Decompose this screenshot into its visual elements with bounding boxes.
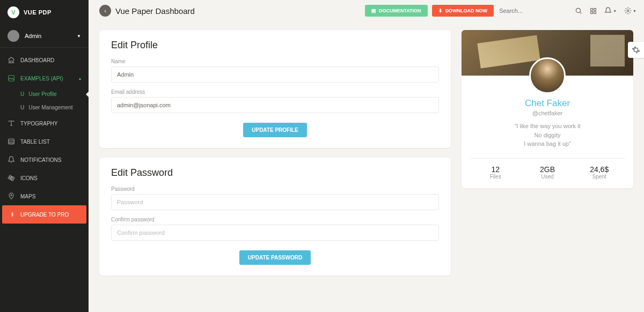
edit-profile-card: Edit Profile Name Email address UPDATE P… [99, 30, 451, 148]
sidebar-sub-user-profile[interactable]: UUser Profile [0, 87, 89, 101]
nav-label: ICONS [20, 175, 38, 181]
btn-label: DOWNLOAD NOW [445, 8, 488, 13]
update-profile-button[interactable]: UPDATE PROFILE [243, 123, 306, 137]
file-icon: ▤ [371, 8, 376, 13]
svg-point-2 [11, 177, 12, 179]
main: ‹ Vue Paper Dashboard ▤ DOCUMENTATION ⬇ … [89, 0, 644, 312]
card-title: Edit Password [111, 167, 439, 179]
bell-icon [8, 156, 15, 164]
nav-label: EXAMPLES (API) [20, 76, 63, 81]
profile-avatar [529, 57, 566, 94]
brand-text: VUE PDP [24, 9, 52, 16]
rocket-icon [9, 211, 16, 218]
sub-label: User Management [28, 105, 72, 110]
sidebar-item-dashboard[interactable]: DASHBOARD [0, 51, 89, 69]
svg-point-6 [576, 8, 580, 12]
search-input[interactable] [498, 5, 570, 17]
stat-spent: 24,6$ Spent [573, 165, 625, 180]
documentation-button[interactable]: ▤ DOCUMENTATION [365, 5, 428, 17]
settings-icon[interactable]: ▼ [624, 7, 636, 14]
sidebar-sub-user-management[interactable]: UUser Management [0, 101, 89, 114]
svg-rect-8 [594, 8, 596, 10]
email-label: Email address [111, 89, 439, 95]
stat-used: 2GB Used [522, 165, 574, 180]
gear-icon [632, 46, 640, 54]
sub-letter: U [20, 91, 24, 97]
brand-logo: V [8, 6, 19, 18]
user-name: Admin [25, 33, 71, 39]
svg-rect-10 [594, 11, 596, 13]
nav-label: MAPS [20, 194, 35, 199]
image-icon [8, 75, 15, 82]
password-label: Password [111, 186, 439, 192]
card-title: Edit Profile [111, 40, 439, 51]
svg-rect-9 [591, 11, 593, 13]
upgrade-label: UPGRADE TO PRO [20, 212, 69, 218]
sidebar: V VUE PDP Admin ▼ DASHBOARD EXAMPLES (AP… [0, 0, 89, 312]
download-button[interactable]: ⬇ DOWNLOAD NOW [432, 5, 494, 17]
sidebar-item-typography[interactable]: TYPOGRAPHY [0, 114, 89, 132]
svg-point-5 [11, 195, 12, 196]
upgrade-button[interactable]: UPGRADE TO PRO [2, 205, 86, 224]
svg-point-11 [627, 10, 629, 12]
list-icon [8, 138, 15, 145]
nav-label: DASHBOARD [20, 57, 54, 63]
page-title: Vue Paper Dashboard [115, 6, 361, 16]
svg-rect-7 [591, 8, 593, 10]
sidebar-nav: DASHBOARD EXAMPLES (API) ▴ UUser Profile… [0, 48, 89, 312]
download-icon: ⬇ [438, 8, 443, 13]
confirm-password-field[interactable] [111, 225, 439, 241]
nav-label: NOTIFICATIONS [20, 157, 61, 163]
notifications-icon[interactable]: ▼ [604, 7, 617, 14]
chevron-down-icon: ▼ [77, 34, 81, 39]
sub-letter: U [20, 105, 24, 110]
text-icon [8, 120, 15, 127]
atom-icon [8, 174, 15, 182]
search-icon[interactable] [575, 7, 582, 14]
name-label: Name [111, 58, 439, 64]
svg-point-4 [9, 175, 14, 181]
sidebar-item-examples[interactable]: EXAMPLES (API) ▴ [0, 69, 89, 87]
email-field[interactable] [111, 97, 439, 113]
sidebar-item-table-list[interactable]: TABLE LIST [0, 132, 89, 151]
content: Edit Profile Name Email address UPDATE P… [89, 21, 644, 284]
chevron-up-icon: ▴ [79, 76, 81, 81]
password-field[interactable] [111, 194, 439, 210]
sub-label: User Profile [28, 91, 56, 97]
grid-icon[interactable] [590, 8, 597, 14]
name-field[interactable] [111, 66, 439, 83]
profile-card: Chet Faker @chetfaker "I like the way yo… [462, 30, 633, 188]
user-avatar [8, 30, 19, 42]
svg-rect-1 [9, 139, 14, 144]
topbar: ‹ Vue Paper Dashboard ▤ DOCUMENTATION ⬇ … [89, 0, 644, 21]
btn-label: DOCUMENTATION [379, 8, 421, 13]
edit-password-card: Edit Password Password Confirm password … [99, 158, 451, 276]
chevron-left-icon: ‹ [104, 8, 106, 14]
update-password-button[interactable]: UPDATE PASSWORD [239, 250, 311, 265]
sidebar-item-icons[interactable]: ICONS [0, 169, 89, 187]
bank-icon [8, 56, 15, 64]
profile-stats: 12 Files 2GB Used 24,6$ Spent [470, 158, 625, 188]
profile-handle: @chetfaker [462, 110, 633, 116]
pin-icon [8, 192, 15, 200]
stat-files: 12 Files [470, 165, 522, 180]
sidebar-item-notifications[interactable]: NOTIFICATIONS [0, 151, 89, 169]
nav-label: TYPOGRAPHY [20, 121, 57, 127]
confirm-password-label: Confirm password [111, 217, 439, 222]
back-button[interactable]: ‹ [99, 5, 111, 17]
profile-name: Chet Faker [462, 98, 633, 109]
profile-quote: "I like the way you work it No diggity I… [462, 122, 633, 158]
theme-settings-button[interactable] [628, 42, 644, 58]
nav-label: TABLE LIST [20, 139, 50, 145]
sidebar-item-maps[interactable]: MAPS [0, 187, 89, 205]
brand[interactable]: V VUE PDP [0, 0, 89, 25]
sidebar-user[interactable]: Admin ▼ [0, 25, 89, 48]
